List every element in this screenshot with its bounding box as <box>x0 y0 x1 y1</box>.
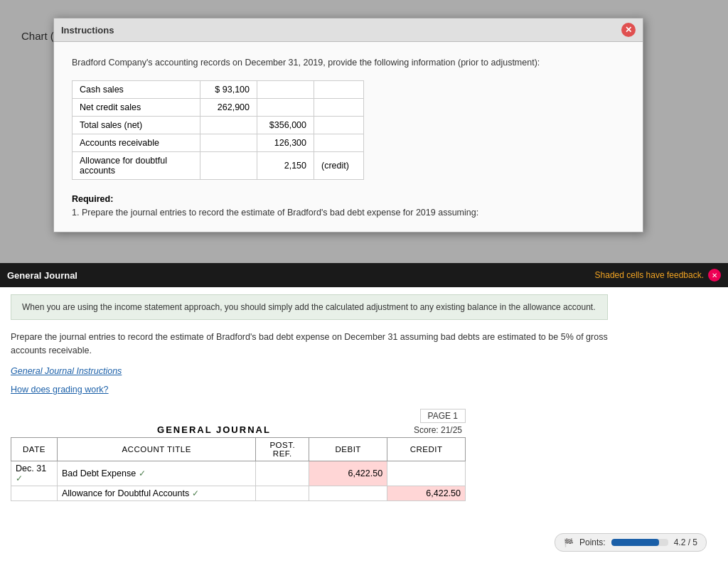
inst-table-label: Net credit sales <box>73 98 200 116</box>
modal-body: Bradford Company's accounting records on… <box>54 42 643 232</box>
gj-header-bar: General Journal Shaded cells have feedba… <box>0 263 728 287</box>
inst-table-val3: (credit) <box>314 151 364 179</box>
date-check: ✓ <box>16 473 23 483</box>
inst-table-val1 <box>200 134 257 151</box>
gj-content: When you are using the income statement … <box>0 287 728 412</box>
table-row: Allowance for Doubtful Accounts ✓6,422.5… <box>11 486 466 501</box>
gj-feedback-text: Shaded cells have feedback. <box>595 270 704 280</box>
inst-table-val3 <box>314 134 364 151</box>
modal-close-button[interactable]: ✕ <box>621 23 636 37</box>
gj-feedback-close[interactable]: ✕ <box>708 269 721 282</box>
inst-table-val3 <box>314 80 364 98</box>
inst-table-label: Allowance for doubtful accounts <box>73 151 200 179</box>
col-account-header: ACCOUNT TITLE <box>57 438 255 461</box>
col-date-header: DATE <box>11 438 58 461</box>
inst-table-val2: 126,300 <box>257 134 314 151</box>
modal-title: Instructions <box>61 25 114 36</box>
inst-table-val2: 2,150 <box>257 151 314 179</box>
journal-account: Allowance for Doubtful Accounts ✓ <box>57 486 255 501</box>
table-row: Dec. 31 ✓Bad Debt Expense ✓6,422.50 <box>11 461 466 486</box>
inst-table-val2 <box>257 98 314 116</box>
journal-area: PAGE 1 GENERAL JOURNAL Score: 21/25 DATE… <box>11 409 480 501</box>
journal-credit[interactable] <box>387 461 466 486</box>
journal-postref[interactable] <box>256 486 309 501</box>
journal-postref[interactable] <box>256 461 309 486</box>
points-icon: 🏁 <box>564 538 574 547</box>
col-debit-header: DEBIT <box>309 438 387 461</box>
gj-feedback-area: Shaded cells have feedback. ✕ <box>595 269 721 282</box>
journal-account: Bad Debt Expense ✓ <box>57 461 255 486</box>
journal-debit[interactable] <box>309 486 387 501</box>
journal-date: Dec. 31 ✓ <box>11 461 58 486</box>
inst-table-val1 <box>200 116 257 134</box>
page-label: PAGE 1 <box>420 409 466 423</box>
points-value: 4.2 / 5 <box>674 537 697 547</box>
journal-title-row: GENERAL JOURNAL Score: 21/25 <box>11 424 466 435</box>
account-text: Allowance for Doubtful Accounts <box>62 488 189 498</box>
col-postref-header: POST. REF. <box>256 438 309 461</box>
col-credit-header: CREDIT <box>387 438 466 461</box>
journal-debit[interactable]: 6,422.50 <box>309 461 387 486</box>
account-text: Bad Debt Expense <box>62 468 136 478</box>
grading-link[interactable]: How does grading work? <box>11 385 717 395</box>
journal-title: GENERAL JOURNAL <box>14 424 414 435</box>
inst-table-val2: $356,000 <box>257 116 314 134</box>
instructions-table: Cash sales$ 93,100Net credit sales262,90… <box>72 80 364 180</box>
points-bar: 🏁 Points: 4.2 / 5 <box>555 533 707 552</box>
inst-table-val3 <box>314 98 364 116</box>
modal-intro: Bradford Company's accounting records on… <box>72 56 625 70</box>
required-text: 1. Prepare the journal entries to record… <box>72 208 625 218</box>
date-text: Dec. 31 <box>16 464 46 473</box>
info-box: When you are using the income statement … <box>11 294 608 320</box>
required-label: Required: <box>72 194 625 204</box>
journal-table: DATE ACCOUNT TITLE POST. REF. DEBIT CRED… <box>11 437 466 501</box>
account-check: ✓ <box>139 468 146 478</box>
inst-table-label: Total sales (net) <box>73 116 200 134</box>
inst-table-label: Accounts receivable <box>73 134 200 151</box>
points-progress <box>611 539 668 546</box>
journal-credit[interactable]: 6,422.50 <box>387 486 466 501</box>
inst-table-label: Cash sales <box>73 80 200 98</box>
inst-table-val2 <box>257 80 314 98</box>
instructions-modal: Instructions ✕ Bradford Company's accoun… <box>53 18 643 232</box>
score-value: Score: 21/25 <box>414 425 462 435</box>
gj-instructions-link[interactable]: General Journal Instructions <box>11 366 717 376</box>
modal-titlebar: Instructions ✕ <box>54 18 643 42</box>
gj-header-title: General Journal <box>7 270 77 281</box>
inst-table-val1 <box>200 151 257 179</box>
inst-table-val1: $ 93,100 <box>200 80 257 98</box>
task-text: Prepare the journal entries to record th… <box>11 331 622 358</box>
points-label: Points: <box>579 537 606 547</box>
inst-table-val3 <box>314 116 364 134</box>
page-score-row: PAGE 1 <box>11 409 466 423</box>
points-fill <box>611 539 659 546</box>
account-check: ✓ <box>192 488 199 498</box>
journal-date <box>11 486 58 501</box>
inst-table-val1: 262,900 <box>200 98 257 116</box>
